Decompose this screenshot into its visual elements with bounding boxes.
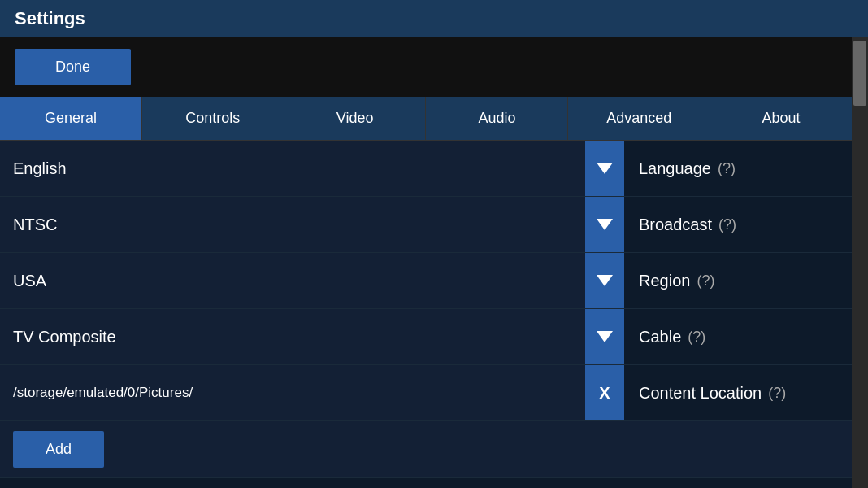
setting-left: NTSC xyxy=(0,197,624,252)
content-area: Done GeneralControlsVideoAudioAdvancedAb… xyxy=(0,37,852,488)
help-icon[interactable]: (?) xyxy=(718,160,736,177)
setting-dropdown-btn-broadcast[interactable] xyxy=(585,197,624,252)
setting-dropdown-btn-region[interactable] xyxy=(585,253,624,308)
setting-dropdown-btn-cable[interactable] xyxy=(585,309,624,364)
main-wrapper: Done GeneralControlsVideoAudioAdvancedAb… xyxy=(0,37,868,488)
setting-label-region: Region(?) xyxy=(624,272,852,290)
chevron-down-icon xyxy=(597,163,613,174)
tab-video[interactable]: Video xyxy=(284,97,427,140)
setting-label-broadcast: Broadcast(?) xyxy=(624,216,852,234)
tab-audio[interactable]: Audio xyxy=(426,97,568,140)
setting-label-language: Language(?) xyxy=(624,159,852,178)
label-text: Region xyxy=(639,272,690,290)
setting-value-content-location: /storage/emulated/0/Pictures/ xyxy=(0,365,585,420)
help-icon[interactable]: (?) xyxy=(768,385,786,402)
setting-left: /storage/emulated/0/Pictures/X xyxy=(0,365,624,420)
done-button[interactable]: Done xyxy=(15,49,131,85)
label-text: Broadcast xyxy=(639,216,712,234)
chevron-down-icon xyxy=(597,275,613,286)
setting-value-broadcast: NTSC xyxy=(0,197,585,252)
setting-row-language: EnglishLanguage(?) xyxy=(0,141,852,197)
label-text: Content Location xyxy=(639,384,762,403)
setting-row-region: USARegion(?) xyxy=(0,253,852,309)
setting-x-btn-content-location[interactable]: X xyxy=(585,365,624,420)
add-row: Add xyxy=(0,421,852,478)
chevron-down-icon xyxy=(597,219,613,230)
label-text: Language xyxy=(639,159,711,178)
setting-label-cable: Cable(?) xyxy=(624,328,852,346)
setting-row-content-location: /storage/emulated/0/Pictures/XContent Lo… xyxy=(0,365,852,421)
done-area: Done xyxy=(0,37,852,97)
setting-row-cable: TV CompositeCable(?) xyxy=(0,309,852,365)
help-icon[interactable]: (?) xyxy=(697,272,714,290)
setting-value-region: USA xyxy=(0,253,585,308)
settings-list: EnglishLanguage(?)NTSCBroadcast(?)USAReg… xyxy=(0,141,852,488)
help-icon[interactable]: (?) xyxy=(688,329,705,346)
setting-left: English xyxy=(0,141,624,196)
scrollbar[interactable] xyxy=(852,37,868,488)
setting-left: TV Composite xyxy=(0,309,624,364)
chevron-down-icon xyxy=(597,331,613,342)
setting-row-broadcast: NTSCBroadcast(?) xyxy=(0,197,852,253)
setting-value-language: English xyxy=(0,141,585,196)
help-icon[interactable]: (?) xyxy=(718,216,736,233)
label-text: Cable xyxy=(639,328,681,346)
setting-label-content-location: Content Location(?) xyxy=(624,384,852,403)
tab-bar: GeneralControlsVideoAudioAdvancedAbout xyxy=(0,97,852,141)
title-bar: Settings xyxy=(0,0,868,37)
tab-controls[interactable]: Controls xyxy=(142,97,284,140)
setting-left: USA xyxy=(0,253,624,308)
settings-title: Settings xyxy=(15,8,85,28)
tab-about[interactable]: About xyxy=(710,97,852,140)
tab-advanced[interactable]: Advanced xyxy=(568,97,710,140)
scroll-thumb[interactable] xyxy=(853,41,866,106)
add-button[interactable]: Add xyxy=(13,431,104,468)
tab-general[interactable]: General xyxy=(0,97,142,140)
setting-value-cable: TV Composite xyxy=(0,309,585,364)
setting-dropdown-btn-language[interactable] xyxy=(585,141,624,196)
